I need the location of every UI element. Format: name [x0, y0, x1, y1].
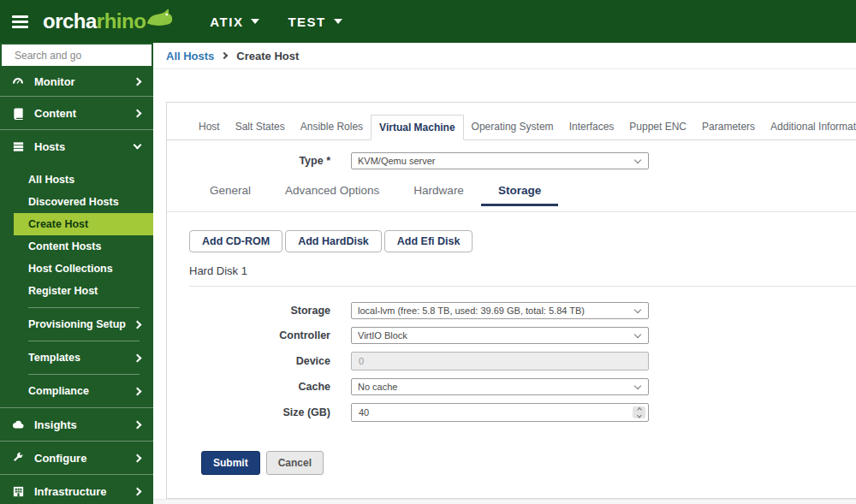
sidebar-item-create-host[interactable]: Create Host	[14, 213, 153, 235]
add-harddisk-button[interactable]: Add HardDisk	[285, 230, 382, 252]
sidebar-item-label: Templates	[28, 352, 134, 364]
caret-down-icon	[251, 19, 259, 24]
chevron-right-icon	[134, 487, 142, 495]
sidebar-item-provisioning-setup[interactable]: Provisioning Setup	[0, 308, 153, 341]
cache-label: Cache	[167, 381, 351, 393]
type-select[interactable]: KVM/Qemu server	[351, 152, 649, 169]
building-icon	[10, 485, 26, 498]
size-input[interactable]	[351, 403, 649, 422]
sidebar-item-discovered-hosts[interactable]: Discovered Hosts	[0, 191, 153, 213]
gauge-icon	[10, 75, 26, 89]
sidebar: Monitor Content Hosts All Hosts Discover…	[0, 43, 153, 504]
breadcrumb-all-hosts-link[interactable]: All Hosts	[166, 50, 214, 62]
logo-text-rhino: rhino	[97, 9, 146, 33]
sidebar-item-label: Configure	[34, 452, 134, 465]
chevron-down-icon	[634, 382, 641, 388]
footer-strip	[153, 499, 856, 504]
logo-text-orcha: orcha	[43, 9, 97, 33]
tab-host[interactable]: Host	[191, 115, 228, 140]
hamburger-menu-icon[interactable]	[12, 15, 28, 28]
storage-label: Storage	[167, 305, 351, 317]
disk-divider	[189, 286, 856, 287]
add-cdrom-button[interactable]: Add CD-ROM	[189, 230, 282, 252]
cancel-button[interactable]: Cancel	[266, 451, 324, 475]
disk-form: Storage local-lvm (free: 5.8 TB, used: 3…	[167, 302, 856, 422]
add-efi-disk-button[interactable]: Add Efi Disk	[384, 230, 473, 252]
hosts-submenu: All Hosts Discovered Hosts Create Host C…	[0, 163, 153, 307]
subtab-storage[interactable]: Storage	[481, 179, 558, 206]
wrench-icon	[10, 452, 26, 464]
tab-operating-system[interactable]: Operating System	[464, 115, 562, 140]
sidebar-item-insights[interactable]: Insights	[0, 408, 153, 441]
sidebar-item-label: Compliance	[28, 385, 134, 397]
spinner-up-icon[interactable]	[637, 407, 641, 412]
sidebar-item-register-host[interactable]: Register Host	[0, 280, 153, 302]
sidebar-item-label: Content Hosts	[28, 240, 101, 252]
chevron-right-icon	[134, 353, 142, 362]
create-host-panel: Host Salt States Ansible Roles Virtual M…	[166, 102, 856, 499]
sidebar-item-all-hosts[interactable]: All Hosts	[0, 169, 153, 191]
storage-select-value: local-lvm (free: 5.8 TB, used: 39.69 GB,…	[358, 305, 635, 316]
sidebar-item-label: Create Host	[28, 218, 88, 230]
orcharhino-logo[interactable]: orcharhino	[43, 9, 175, 33]
tab-virtual-machine[interactable]: Virtual Machine	[371, 115, 463, 140]
search-input[interactable]	[15, 50, 147, 62]
sidebar-item-hosts[interactable]: Hosts	[0, 130, 153, 163]
sidebar-item-content[interactable]: Content	[0, 97, 153, 129]
subtab-advanced-options[interactable]: Advanced Options	[268, 179, 396, 206]
chevron-right-icon	[134, 320, 142, 329]
chevron-right-icon	[134, 420, 142, 429]
type-select-value: KVM/Qemu server	[358, 156, 635, 166]
tab-salt-states[interactable]: Salt States	[228, 115, 293, 140]
sidebar-item-monitor[interactable]: Monitor	[0, 68, 153, 96]
sidebar-item-host-collections[interactable]: Host Collections	[0, 258, 153, 280]
cache-select-value: No cache	[358, 382, 635, 392]
breadcrumb-separator-icon	[221, 52, 228, 59]
storage-select[interactable]: local-lvm (free: 5.8 TB, used: 39.69 GB,…	[351, 302, 649, 319]
vm-subtabs: General Advanced Options Hardware Storag…	[193, 179, 856, 206]
breadcrumb-current: Create Host	[236, 50, 299, 62]
location-menu[interactable]: TEST	[288, 15, 342, 29]
sidebar-item-compliance[interactable]: Compliance	[0, 375, 153, 407]
chevron-right-icon	[134, 454, 142, 462]
tab-parameters[interactable]: Parameters	[694, 115, 763, 140]
controller-label: Controller	[167, 329, 351, 341]
tab-puppet-enc[interactable]: Puppet ENC	[621, 115, 694, 140]
caret-down-icon	[334, 19, 342, 24]
controller-select[interactable]: VirtIO Block	[351, 327, 649, 344]
subtab-hardware[interactable]: Hardware	[396, 179, 481, 206]
sidebar-item-label: Hosts	[34, 140, 134, 153]
rhino-icon	[145, 7, 175, 30]
search-box	[2, 44, 152, 66]
sidebar-item-templates[interactable]: Templates	[0, 341, 153, 374]
sidebar-item-infrastructure[interactable]: Infrastructure	[0, 475, 153, 504]
device-label: Device	[167, 355, 351, 367]
number-spinner[interactable]	[633, 406, 645, 418]
location-menu-label: TEST	[288, 15, 325, 29]
sidebar-item-label: Host Collections	[28, 263, 113, 275]
chevron-right-icon	[134, 78, 142, 86]
subtab-general[interactable]: General	[193, 179, 268, 206]
sidebar-item-label: Discovered Hosts	[28, 196, 119, 208]
book-icon	[10, 107, 26, 120]
cloud-icon	[10, 418, 26, 431]
spinner-down-icon[interactable]	[637, 413, 641, 418]
sidebar-item-content-hosts[interactable]: Content Hosts	[0, 235, 153, 258]
tab-interfaces[interactable]: Interfaces	[562, 115, 622, 140]
main-tabs: Host Salt States Ansible Roles Virtual M…	[167, 114, 856, 140]
tab-ansible-roles[interactable]: Ansible Roles	[293, 115, 371, 140]
type-label: Type *	[167, 155, 351, 167]
cache-select[interactable]: No cache	[351, 378, 649, 395]
chevron-right-icon	[134, 387, 142, 395]
org-menu[interactable]: ATIX	[210, 15, 259, 29]
sidebar-item-configure[interactable]: Configure	[0, 442, 153, 474]
controller-select-value: VirtIO Block	[358, 330, 635, 341]
disk-heading: Hard Disk 1	[189, 264, 856, 277]
sidebar-item-label: Provisioning Setup	[28, 318, 134, 330]
chevron-down-icon	[134, 141, 142, 150]
chevron-down-icon	[634, 330, 641, 337]
device-input	[351, 352, 649, 371]
submit-button[interactable]: Submit	[201, 451, 260, 475]
tab-additional-information[interactable]: Additional Information	[763, 115, 856, 140]
server-icon	[10, 140, 26, 153]
